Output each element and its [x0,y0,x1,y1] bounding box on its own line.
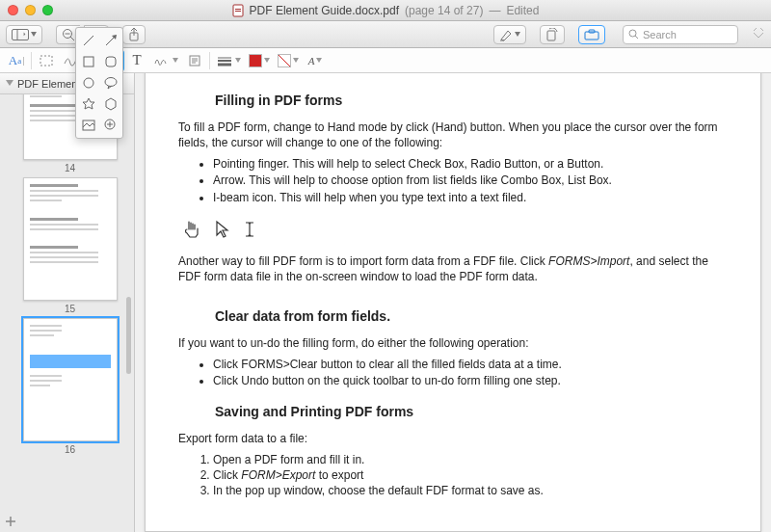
svg-rect-2 [235,11,241,12]
thumbnail-15[interactable]: 15 [23,177,118,314]
rotate-button[interactable] [540,25,565,44]
text-style-button[interactable]: Aa| [4,50,29,71]
line-style-button[interactable] [212,50,245,71]
minimize-window-button[interactable] [25,5,36,15]
window-page-indicator: (page 14 of 27) [405,4,483,17]
svg-marker-5 [24,32,26,36]
svg-rect-1 [235,9,241,10]
paragraph: To fill a PDF form, change to Hand mode … [178,120,728,150]
svg-marker-38 [293,58,299,63]
signature-tool-button[interactable] [149,50,182,71]
svg-line-8 [70,37,74,40]
shape-star[interactable] [80,96,96,112]
svg-line-40 [84,36,93,45]
list-item: Open a PDF form and fill it in. [213,452,728,467]
svg-rect-18 [547,31,555,40]
text-tool-button[interactable]: T [124,50,149,71]
selection-icon [39,54,54,67]
close-window-button[interactable] [8,5,18,15]
list-item: Click FORMS>Clear button to clear all th… [213,357,728,372]
markup-toolbar-toggle-button[interactable] [578,25,605,44]
svg-line-22 [635,36,638,39]
marker-icon [499,28,513,41]
svg-point-21 [629,30,636,37]
svg-line-41 [106,37,115,45]
window-edited-separator: — [489,4,500,17]
shape-line[interactable] [80,33,96,48]
zoom-window-button[interactable] [42,5,53,15]
rotate-icon [545,28,559,41]
search-placeholder: Search [643,29,677,40]
thumbnail-image [23,318,118,441]
thumbnail-label: 16 [23,444,118,455]
window-titlebar: PDF Element Guide.docx.pdf (page 14 of 2… [0,0,771,21]
image-mask-icon [81,118,96,133]
shape-square[interactable] [80,54,96,69]
svg-marker-56 [217,222,227,237]
thumbnail-list: 14 15 16 [0,94,134,532]
search-icon [628,29,639,40]
chevron-down-icon [515,32,520,38]
window-controls [8,5,53,15]
thumbnail-sidebar: PDF Element Guide 14 15 [0,73,135,532]
heading-filling: Filling in PDF forms [215,92,728,110]
cursor-examples [182,219,728,240]
document-icon [232,4,244,17]
svg-marker-28 [173,58,178,63]
svg-marker-6 [31,32,37,37]
toolbox-icon [584,29,599,40]
stroke-color-button[interactable] [245,50,274,71]
sidebar-toggle-button[interactable] [6,25,42,44]
search-field[interactable]: Search [623,25,738,44]
expand-icon[interactable] [752,28,765,41]
shape-polygon[interactable] [102,96,119,112]
sidebar-icon [12,29,29,40]
list-item: Click FORM>Export to export [213,467,728,483]
square-icon [81,54,96,69]
shape-circle[interactable] [80,75,96,91]
shape-rounded[interactable] [102,54,119,69]
thumbnail-16[interactable]: 16 [23,318,118,455]
svg-rect-43 [84,57,93,66]
heading-saving: Saving and Printing PDF forms [215,403,728,421]
thumbnail-image [23,177,118,301]
share-button[interactable] [122,25,146,44]
list-item: Pointing finger. This will help to selec… [213,156,728,172]
chevron-down-icon [293,58,299,64]
fill-color-button[interactable] [274,50,303,71]
svg-point-45 [84,78,93,88]
ibeam-cursor-icon [244,220,255,239]
shape-image-mask[interactable] [80,118,96,133]
hexagon-icon [103,96,119,112]
note-tool-button[interactable] [182,50,207,71]
note-icon [188,54,201,67]
list-item: Arrow. This will help to choose option f… [213,173,728,188]
chevron-down-icon [235,58,241,64]
paragraph: Another way to fill PDF form is to impor… [178,253,728,284]
shape-loupe[interactable] [102,118,119,133]
chevron-down-icon [316,58,322,64]
sidebar-scrollbar[interactable] [126,297,131,374]
loupe-icon [103,118,119,133]
bullet-list-cursors: Pointing finger. This will help to selec… [178,156,728,205]
stroke-color-swatch [249,54,262,67]
svg-marker-36 [235,58,241,63]
shape-arrow[interactable] [102,33,119,48]
speech-bubble-icon [103,75,119,91]
highlight-tool-button[interactable] [493,25,526,44]
add-page-button[interactable] [4,515,19,530]
zoom-out-icon [62,28,75,41]
shapes-dropdown [75,27,123,139]
paragraph: If you want to un-do the filling form, d… [178,335,728,351]
heading-clear: Clear data from form fields. [215,307,728,326]
selection-tool-button[interactable] [34,50,59,71]
shape-speech[interactable] [102,75,119,91]
document-view[interactable]: Filling in PDF forms To fill a PDF form,… [135,73,771,532]
numbered-list-export: Open a PDF form and fill it in. Click FO… [178,452,728,499]
text-format-button[interactable]: A [303,50,328,71]
fill-color-swatch [278,54,291,67]
chevron-down-icon [31,32,37,38]
workspace: PDF Element Guide 14 15 [0,73,771,532]
window-edited-label: Edited [506,4,539,17]
arrow-icon [103,33,119,48]
